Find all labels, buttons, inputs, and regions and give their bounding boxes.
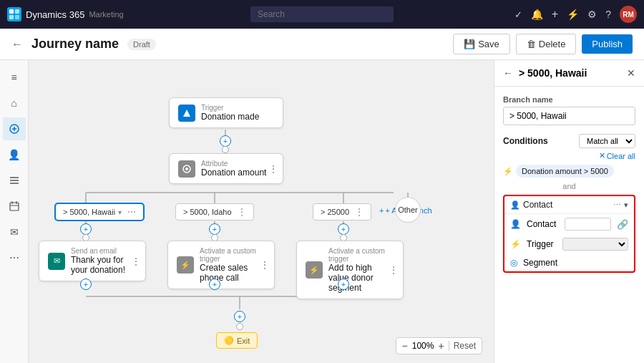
dropdown-segment-label: Segment (523, 258, 557, 268)
branch-hawaii-arrow: ▾ (118, 208, 122, 216)
plus-btn-merge[interactable]: + (234, 311, 245, 322)
sidebar-item-events[interactable] (3, 195, 26, 218)
plus-btn-25000[interactable]: + (338, 223, 349, 235)
app-module: Marketing (89, 10, 123, 19)
attribute-node-labels: Attribute Donation amount (201, 160, 266, 178)
plus-btn-below-phone[interactable]: + (209, 279, 220, 290)
zoom-reset-button[interactable]: Reset (454, 342, 476, 350)
publish-button[interactable]: Publish (582, 34, 633, 54)
action-node-email[interactable]: ✉ Send an email Thank you for your donat… (39, 241, 146, 281)
branch-name-input[interactable] (503, 107, 635, 125)
plus-btn-below-segment[interactable]: + (338, 279, 349, 290)
right-panel-body: Branch name Conditions Match all ✕ (494, 87, 644, 281)
action-node-phone[interactable]: ⚡ Activate a custom trigger Create sales… (167, 241, 275, 289)
save-button[interactable]: 💾 Save (453, 34, 510, 54)
branch-box-hawaii[interactable]: > 5000, Hawaii ▾ ⋯ (55, 203, 144, 221)
clear-all-button[interactable]: ✕ Clear all (599, 151, 635, 160)
dropdown-contact-link-icon[interactable]: 🔗 (617, 219, 628, 230)
zoom-out-button[interactable]: − (402, 341, 408, 351)
plus-btn-hawaii[interactable]: + (80, 223, 92, 235)
action-phone-menu[interactable]: ⋮ (260, 259, 270, 271)
zoom-level: 100% (412, 341, 434, 351)
sidebar-item-journeys[interactable] (3, 117, 26, 140)
action-phone-icon: ⚡ (177, 256, 194, 274)
delete-button[interactable]: 🗑 Delete (516, 34, 577, 54)
dropdown-header[interactable]: 👤 Contact ⋯ ▾ (504, 196, 634, 214)
plus-btn-idaho[interactable]: + (209, 223, 220, 235)
dropdown-item-contact[interactable]: 👤 Contact 🔗 (504, 214, 634, 234)
exit-label: Exit (237, 337, 250, 345)
action-email-label: Thank you for your donation! (71, 255, 137, 275)
trigger-node-label: Donation made (201, 112, 259, 122)
branch-hawaii-menu[interactable]: ⋯ (127, 207, 136, 217)
save-icon: 💾 (464, 39, 475, 49)
right-panel-close-button[interactable]: ✕ (627, 67, 635, 79)
status-badge: Draft (127, 39, 156, 50)
app-logo: Dynamics 365 Marketing (7, 7, 124, 21)
sidebar-item-contacts[interactable]: 👤 (3, 143, 26, 166)
action-email-labels: Send an email Thank you for your donatio… (71, 247, 137, 275)
sidebar-item-more[interactable]: ⋯ (3, 246, 26, 269)
trigger-node-label-top: Trigger (201, 104, 259, 112)
left-sidebar: ≡ ⌂ 👤 ✉ ⋯ (0, 60, 29, 363)
dropdown-trigger-label: Trigger (527, 239, 554, 249)
sidebar-item-home[interactable]: ⌂ (3, 92, 26, 115)
plus-btn-below-email[interactable]: + (80, 279, 92, 290)
attribute-node[interactable]: Attribute Donation amount ⋮ (169, 153, 283, 184)
action-segment-label: Add to high value donor segment (328, 263, 394, 293)
filter-icon[interactable]: ⚡ (567, 9, 579, 20)
action-segment-icon: ⚡ (306, 261, 323, 279)
svg-rect-3 (15, 15, 19, 19)
conditions-title: Conditions (503, 136, 548, 146)
other-branch-button[interactable]: Other (395, 197, 421, 223)
attribute-menu-dots[interactable]: ⋮ (268, 163, 278, 175)
sidebar-item-emails[interactable]: ✉ (3, 221, 26, 243)
right-panel-back-button[interactable]: ← (503, 67, 513, 79)
branch-box-idaho[interactable]: > 5000, Idaho ⋮ (175, 203, 254, 221)
attribute-node-icon (178, 160, 195, 178)
bell-icon[interactable]: 🔔 (531, 9, 543, 20)
dropdown-chevron-icon[interactable]: ▾ (624, 200, 628, 210)
svg-rect-2 (9, 15, 14, 19)
search-input[interactable] (250, 6, 394, 22)
plus-icon[interactable]: + (552, 8, 558, 21)
main-layout: ≡ ⌂ 👤 ✉ ⋯ (0, 60, 644, 363)
back-button[interactable]: ← (11, 38, 23, 51)
action-phone-labels: Activate a custom trigger Create sales p… (200, 247, 265, 283)
dropdown-header-more[interactable]: ⋯ (613, 200, 621, 210)
top-navigation: Dynamics 365 Marketing ✓ 🔔 + ⚡ ⚙ ? RM (0, 0, 644, 29)
attribute-node-label: Donation amount (201, 168, 266, 178)
branch-name-label: Branch name (503, 95, 635, 104)
user-avatar[interactable]: RM (620, 6, 637, 23)
action-phone-label-top: Activate a custom trigger (200, 247, 265, 263)
action-email-menu[interactable]: ⋮ (131, 256, 141, 267)
delete-icon: 🗑 (527, 39, 536, 49)
conditions-controls: Match all (579, 134, 635, 148)
dropdown-trigger-select[interactable] (562, 238, 628, 251)
settings-icon[interactable]: ⚙ (587, 9, 597, 20)
branch-idaho-menu[interactable]: ⋮ (238, 207, 246, 217)
zoom-in-button[interactable]: + (438, 341, 444, 351)
branch-box-25000[interactable]: > 25000 ⋮ (313, 203, 371, 221)
action-segment-menu[interactable]: ⋮ (389, 264, 399, 276)
dropdown-item-trigger[interactable]: ⚡ Trigger (504, 234, 634, 254)
sidebar-item-menu[interactable]: ≡ (3, 66, 26, 89)
help-icon[interactable]: ? (605, 9, 611, 20)
plus-btn-trigger-attribute[interactable]: + (220, 135, 231, 147)
dropdown-contact-input[interactable] (565, 218, 611, 231)
trigger-node[interactable]: Trigger Donation made (169, 97, 283, 128)
match-all-select[interactable]: Match all (579, 134, 635, 148)
journey-canvas-area[interactable]: Trigger Donation made + Attribute Donati… (29, 60, 494, 363)
right-panel-header: ← > 5000, Hawaii ✕ (494, 60, 644, 87)
activity-icon[interactable]: ✓ (514, 9, 522, 20)
dropdown-item-segment[interactable]: ◎ Segment (504, 254, 634, 271)
action-phone-label: Create sales phone call (200, 263, 265, 283)
circle-trigger-attribute (222, 146, 229, 153)
action-node-segment[interactable]: ⚡ Activate a custom trigger Add to high … (296, 241, 404, 299)
topnav-right-icons: ✓ 🔔 + ⚡ ⚙ ? RM (514, 6, 637, 23)
branch-25000-menu[interactable]: ⋮ (355, 207, 364, 217)
svg-point-25 (185, 168, 188, 170)
action-email-icon: ✉ (48, 253, 65, 270)
and-label: and (503, 182, 635, 190)
sidebar-item-segments[interactable] (3, 169, 26, 192)
